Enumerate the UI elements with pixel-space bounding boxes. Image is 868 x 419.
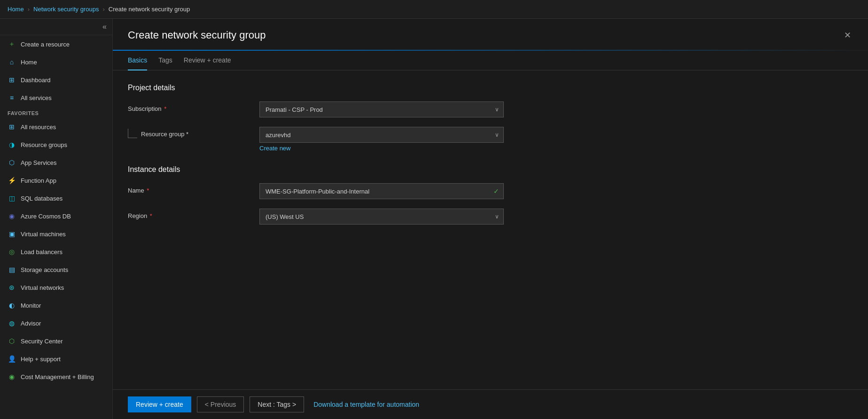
vnet-icon: ⊛ — [8, 283, 16, 292]
name-check-icon: ✓ — [493, 187, 499, 195]
tab-review-create[interactable]: Review + create — [184, 51, 231, 70]
sidebar-item-label: Function App — [21, 177, 56, 184]
region-label: Region * — [128, 209, 259, 219]
sidebar-item-app-services[interactable]: ⬡ App Services — [0, 154, 112, 171]
sidebar-item-dashboard[interactable]: ⊞ Dashboard — [0, 71, 112, 89]
name-control: ✓ — [259, 183, 504, 199]
sidebar-item-label: Security Center — [21, 338, 63, 345]
collapse-icon[interactable]: « — [102, 23, 107, 31]
panel-header: Create network security group ✕ — [113, 19, 868, 42]
sidebar-item-security-center[interactable]: ⬡ Security Center — [0, 332, 112, 350]
resource-groups-icon: ◑ — [8, 140, 16, 149]
breadcrumb-home[interactable]: Home — [8, 6, 24, 13]
all-resources-icon: ⊞ — [8, 123, 16, 131]
sidebar-item-label: Load balancers — [21, 248, 63, 256]
function-app-icon: ⚡ — [8, 176, 16, 185]
sidebar-item-advisor[interactable]: ◍ Advisor — [0, 314, 112, 332]
sidebar-item-label: Home — [21, 59, 37, 66]
sidebar-item-label: Dashboard — [21, 77, 51, 84]
project-details-title: Project details — [128, 84, 853, 92]
sidebar-item-label: Monitor — [21, 302, 41, 309]
region-field-group: Region * (US) West US(US) East US(US) Ea… — [128, 209, 853, 225]
sidebar-item-load-balancers[interactable]: ◎ Load balancers — [0, 243, 112, 261]
security-icon: ⬡ — [8, 337, 16, 345]
region-dropdown-wrapper: (US) West US(US) East US(US) East US 2(E… — [259, 209, 504, 225]
content-panel: Create network security group ✕ Basics T… — [113, 19, 868, 419]
favorites-label: FAVORITES — [0, 107, 112, 118]
rg-indent-line — [128, 129, 137, 138]
sidebar-item-label: Help + support — [21, 356, 61, 363]
sidebar-item-function-app[interactable]: ⚡ Function App — [0, 171, 112, 189]
resource-group-label: Resource group * — [137, 127, 188, 138]
panel-title: Create network security group — [128, 29, 266, 41]
breadcrumb-nsg[interactable]: Network security groups — [33, 6, 99, 13]
bottom-bar: Review + create < Previous Next : Tags >… — [113, 389, 868, 419]
create-new-link[interactable]: Create new — [259, 145, 290, 152]
sidebar-item-cosmos-db[interactable]: ◉ Azure Cosmos DB — [0, 207, 112, 225]
storage-icon: ▤ — [8, 265, 16, 274]
sidebar-item-label: All services — [21, 94, 52, 101]
all-services-icon: ≡ — [8, 93, 16, 102]
advisor-icon: ◍ — [8, 319, 16, 327]
app-services-icon: ⬡ — [8, 158, 16, 167]
vm-icon: ▣ — [8, 230, 16, 238]
subscription-field-group: Subscription * Pramati - CSP - Prod ∨ — [128, 101, 853, 117]
sidebar-item-sql-databases[interactable]: ◫ SQL databases — [0, 189, 112, 207]
sidebar-item-label: Cost Management + Billing — [21, 373, 94, 380]
home-icon: ⌂ — [8, 58, 16, 66]
project-details-section: Project details Subscription * Pramati -… — [128, 84, 853, 152]
sidebar-item-monitor[interactable]: ◐ Monitor — [0, 296, 112, 314]
breadcrumb-sep-2: › — [102, 6, 104, 13]
region-dropdown[interactable]: (US) West US(US) East US(US) East US 2(E… — [259, 209, 504, 225]
help-icon: 👤 — [8, 355, 16, 363]
plus-icon: ＋ — [8, 40, 16, 48]
sidebar: « ＋ Create a resource ⌂ Home ⊞ Dashboard… — [0, 19, 113, 419]
resource-group-dropdown[interactable]: azurevhd — [259, 127, 504, 143]
form-content: Project details Subscription * Pramati -… — [113, 70, 868, 389]
cost-icon: ◉ — [8, 372, 16, 381]
name-input[interactable] — [259, 183, 504, 199]
breadcrumb: Home › Network security groups › Create … — [8, 6, 190, 13]
sidebar-item-label: Virtual machines — [21, 231, 66, 238]
sidebar-item-label: All resources — [21, 124, 56, 131]
sidebar-item-resource-groups[interactable]: ◑ Resource groups — [0, 136, 112, 154]
cosmos-icon: ◉ — [8, 212, 16, 220]
tab-basics[interactable]: Basics — [128, 51, 147, 70]
sidebar-item-label: Azure Cosmos DB — [21, 213, 71, 220]
previous-button[interactable]: < Previous — [197, 396, 244, 412]
sidebar-item-all-resources[interactable]: ⊞ All resources — [0, 118, 112, 136]
tab-tags[interactable]: Tags — [158, 51, 172, 70]
sidebar-item-cost-management[interactable]: ◉ Cost Management + Billing — [0, 368, 112, 386]
breadcrumb-current: Create network security group — [109, 6, 190, 13]
sidebar-item-virtual-networks[interactable]: ⊛ Virtual networks — [0, 279, 112, 296]
sidebar-item-label: SQL databases — [21, 195, 63, 202]
sidebar-item-create-resource[interactable]: ＋ Create a resource — [0, 35, 112, 53]
resource-group-field-group: Resource group * azurevhd ∨ Create new — [128, 127, 853, 152]
resource-group-dropdown-wrapper: azurevhd ∨ — [259, 127, 504, 143]
sidebar-collapse[interactable]: « — [0, 19, 112, 35]
sidebar-item-label: App Services — [21, 159, 57, 166]
sidebar-item-home[interactable]: ⌂ Home — [0, 53, 112, 71]
download-template-button[interactable]: Download a template for automation — [310, 398, 423, 411]
sidebar-item-label: Virtual networks — [21, 284, 64, 291]
sidebar-item-help-support[interactable]: 👤 Help + support — [0, 350, 112, 368]
sql-icon: ◫ — [8, 194, 16, 202]
close-button[interactable]: ✕ — [842, 28, 853, 42]
subscription-label: Subscription * — [128, 101, 259, 112]
instance-details-section: Instance details Name * ✓ — [128, 165, 853, 225]
subscription-dropdown[interactable]: Pramati - CSP - Prod — [259, 101, 504, 117]
sidebar-item-storage-accounts[interactable]: ▤ Storage accounts — [0, 261, 112, 279]
sidebar-item-label: Storage accounts — [21, 266, 68, 273]
sidebar-item-label: Advisor — [21, 320, 41, 327]
sidebar-item-all-services[interactable]: ≡ All services — [0, 89, 112, 107]
sidebar-item-label: Create a resource — [21, 41, 70, 48]
review-create-button[interactable]: Review + create — [128, 396, 191, 412]
next-button[interactable]: Next : Tags > — [250, 396, 304, 412]
lb-icon: ◎ — [8, 248, 16, 256]
region-control: (US) West US(US) East US(US) East US 2(E… — [259, 209, 504, 225]
instance-details-title: Instance details — [128, 165, 853, 174]
name-field-group: Name * ✓ — [128, 183, 853, 199]
top-bar: Home › Network security groups › Create … — [0, 0, 868, 19]
resource-group-control: azurevhd ∨ Create new — [259, 127, 504, 152]
sidebar-item-virtual-machines[interactable]: ▣ Virtual machines — [0, 225, 112, 243]
